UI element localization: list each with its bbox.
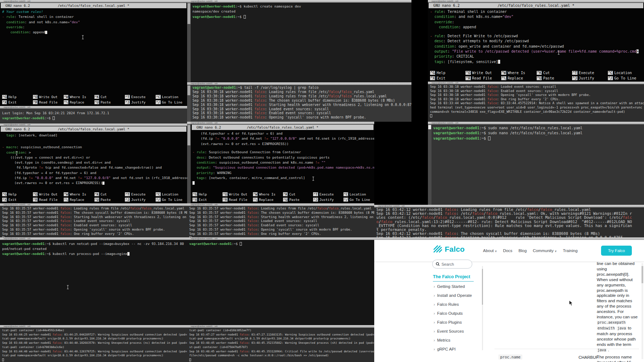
window-titlebar[interactable]: vagrant@worker-node01 - ssh [187,203,374,206]
try-falco-button[interactable]: Try Falco [601,246,632,256]
window-titlebar[interactable]: vagrant@worker-node01 - ssh [0,203,187,206]
window-titlebar[interactable]: vagrant@worker-node01 - ssh [0,325,187,328]
window-titlebar[interactable]: vagrant@worker-node01 - ssh [428,0,644,3]
terminal-pane-lastlogin[interactable]: vagrant@worker-node01 - ssh Last login: … [0,106,187,124]
nano-pane-middle-center[interactable]: vagrant@worker-node01 - ssh GNU nano 6.2… [187,122,374,203]
sidebar-item-falco-outputs[interactable]: ›Falco Outputs [434,311,463,315]
nano-shortcut: ^OWrite Out [33,192,64,197]
window-titlebar[interactable]: vagrant@worker-node01 - ssh [428,82,644,84]
terminal-line: fd.l4proto != tcp and fd.connected=false… [2,165,186,170]
window-titlebar[interactable]: vagrant@worker-node01 - ssh [187,0,411,3]
editor-content[interactable]: tags: [network, download]- macro: suspic… [0,132,187,186]
scrollbar[interactable] [187,3,191,82]
window-titlebar[interactable]: vagrant@worker-node01 - ssh [187,237,374,240]
window-titlebar[interactable] [374,237,644,240]
sidebar-item-falco-plugins[interactable]: ›Falco Plugins [434,320,462,324]
nano-pane-middle-left[interactable]: vagrant@worker-node01 - ssh GNU nano 6.2… [0,124,187,203]
scrollbar-thumb[interactable] [187,3,190,24]
terminal-line: vagrant@worker-node01:~$ [189,241,374,246]
nano-pane-top-left[interactable]: vagrant@worker-node01 - ssh GNU nano 6.2… [0,0,187,106]
scrollbar-thumb[interactable] [482,269,483,305]
sidebar-item-install-operate[interactable]: ›Install and Operate [434,293,472,298]
terminal-output[interactable]: vagrant@worker-node01:~$ [187,240,374,246]
sidebar-item-getting-started[interactable]: ›Getting Started [434,284,465,289]
scrollbar-thumb[interactable] [187,86,190,95]
sidebar-item-falco-rules[interactable]: ›Falco Rules [434,302,459,307]
sidebar-title-falco-project[interactable]: The Falco Project [433,274,474,282]
terminal-output[interactable]: Sep 16 03:30:18 worker-node01 falco: Loa… [428,84,644,118]
nav-item-community[interactable]: Community∨ [533,248,557,253]
scrollbar[interactable] [187,124,191,203]
sidebar-item-grpc-api[interactable]: ›gRPC API [434,347,455,351]
terminal-line [192,180,374,185]
terminal-pane-idle-prompt[interactable]: vagrant@worker-node01 - ssh vagrant@work… [187,237,374,325]
nav-item-about[interactable]: About∨ [483,248,497,253]
nav-item-training[interactable]: Training [563,248,577,253]
terminal-pane-sudo-nano[interactable]: vagrant@worker-node01 - ssh vagrant@work… [428,122,644,205]
window-titlebar[interactable]: vagrant@worker-node01 - ssh [187,122,374,124]
window-titlebar[interactable]: vagrant@worker-node01 - ssh [0,0,187,3]
terminal-output[interactable]: Sep 16 03:42:12 worker-node01 falco: Loa… [374,207,644,237]
terminal-line [192,146,374,150]
nav-item-docs[interactable]: Docs [503,248,512,253]
window-titlebar[interactable]: vagrant@worker-node01 - ssh [428,122,644,124]
terminal-line: file=/etc/passwd command=sh -c echo test… [189,353,374,358]
terminal-output[interactable]: vagrant@worker-node01:~$ kubectl create … [187,3,411,19]
nano-shortcut: ^XExit [192,197,223,202]
sidebar-item-metrics[interactable]: ›Metrics [434,338,450,342]
window-titlebar[interactable]: vagrant@worker-node01 - ssh [0,124,187,126]
log-pane-right-0342[interactable]: vagrant@worker-node01 - ssh Sep 16 03:42… [374,205,644,237]
scrollbar-thumb[interactable] [641,266,643,283]
editor-content[interactable]: (fd.typechar = 4 or fd.typechar = 6) and… [187,130,374,185]
log-pane-tail-syslog[interactable]: vagrant@worker-node01 - ssh vagrant@work… [187,82,411,122]
nano-shortcut: ^/Go To Line [156,100,186,105]
nano-pane-top-right[interactable]: vagrant@worker-node01 - ssh GNU nano 6.2… [428,0,644,82]
scrollbar-thumb[interactable] [187,125,190,145]
scrollbar[interactable] [428,124,431,205]
window-titlebar[interactable]: vagrant@worker-node01 - ssh [0,237,187,240]
terminal-pane-kubectl-run[interactable]: vagrant@worker-node01 - ssh vagrant@work… [0,237,187,325]
nano-shortcut: ^TExecute [125,95,156,100]
terminal-output[interactable]: tcat-pod) container (id=44e4592c64be)Sep… [0,328,187,362]
terminal-line: Sep 16 03:44:25 worker-node01 falco: 03:… [2,333,186,337]
window-titlebar[interactable]: vagrant@worker-node01 - ssh [187,82,411,85]
terminal-output[interactable]: Sep 16 03:35:57 worker-node01 falco: Loa… [0,206,187,237]
log-pane-right-0330[interactable]: vagrant@worker-node01 - ssh Sep 16 03:30… [428,82,644,122]
browser-window-falco-site[interactable]: Falco About∨ Docs Blog Community∨ Traini… [374,237,644,362]
terminal-output[interactable]: tcat-pod) container (id=d16b3052ae7f)Sep… [187,328,374,362]
window-titlebar[interactable]: vagrant@worker-node01 - ssh [0,106,187,108]
terminal-line: (((evt.type = connect and evt.dir=<) or [2,155,186,160]
terminal-output[interactable]: vagrant@worker-node01:~$ sudo nano /etc/… [428,124,644,141]
scrollbar-thumb[interactable] [428,125,431,129]
text-cursor-ibeam [67,284,69,288]
window-titlebar[interactable]: vagrant@worker-node01 - ssh [187,325,374,328]
log-pane-left-0344[interactable]: vagrant@worker-node01 - ssh tcat-pod) co… [0,325,187,362]
log-pane-middle-0335[interactable]: vagrant@worker-node01 - ssh Sep 16 03:35… [187,203,374,237]
inline-code: endswith [597,326,615,330]
editor-content[interactable]: # Your custom rules!- rule: Terminal she… [0,9,187,35]
editor-content[interactable]: - rule: Terminal shell in container cond… [428,9,644,64]
log-pane-left-0335[interactable]: vagrant@worker-node01 - ssh Sep 16 03:35… [0,203,187,237]
page-scrollbar[interactable] [641,263,643,359]
falco-logo[interactable]: Falco [433,245,465,254]
sidebar-item-event-sources[interactable]: ›Event Sources [434,329,464,333]
terminal-line: Sep 16 03:30:18 worker-node01 falco: Loa… [192,94,411,98]
terminal-output[interactable]: vagrant@worker-node01:~$ tail -f /var/lo… [187,85,411,120]
terminal-output[interactable]: vagrant@worker-node01:~$ kubectl run net… [0,240,187,256]
log-pane-middle-0347[interactable]: vagrant@worker-node01 - ssh tcat-pod) co… [187,325,374,362]
window-title: vagrant@worker-node01 - ssh [431,82,458,84]
terminal-line: (evt.type in (sendto,sendmsg) and evt.di… [2,160,186,165]
nano-shortcut: ^/Go To Line [608,76,643,81]
window-title: vagrant@worker-node01 - ssh [378,205,405,207]
terminal-pane-create-namespace[interactable]: vagrant@worker-node01 - ssh vagrant@work… [187,0,411,82]
terminal-line: vagrant@worker-node01:~$ kubectl create … [192,4,411,9]
terminal-output[interactable]: Sep 16 03:35:57 worker-node01 falco: Loa… [187,206,374,237]
nav-item-blog[interactable]: Blog [518,248,527,253]
sidebar-scrollbar[interactable] [482,266,483,350]
window-titlebar[interactable]: vagrant@worker-node01 - ssh [374,205,644,207]
terminal-output[interactable]: Last login: Mon Sep 16 03:24:21 2024 fro… [0,108,187,121]
search-input[interactable]: Search [432,260,472,269]
scrollbar[interactable] [187,85,191,122]
terminal-line: Sep 16 03:47:27 worker-node01 falco: 03:… [189,333,374,337]
terminal-line: tcat-pod) container (id=d16b3052ae7f) [189,328,374,333]
